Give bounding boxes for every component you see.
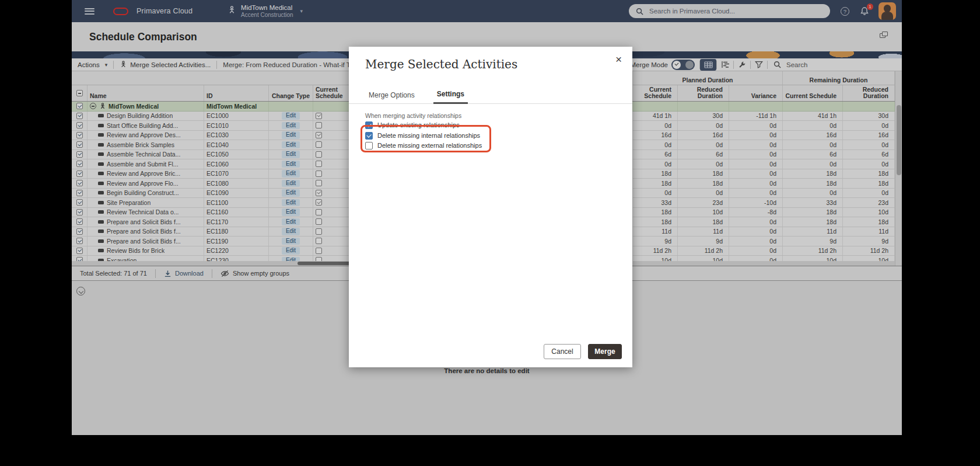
close-icon[interactable]: × xyxy=(615,54,622,65)
update-existing-relationships-checkbox[interactable] xyxy=(365,121,373,129)
checkbox-row-delete-external: Delete missing external relationships xyxy=(365,141,482,150)
dialog-tabs: Merge Options Settings xyxy=(349,86,632,104)
section-label: When merging activity relationships xyxy=(365,112,461,119)
tab-merge-options[interactable]: Merge Options xyxy=(365,91,418,103)
merge-button[interactable]: Merge xyxy=(588,344,622,359)
merge-selected-activities-dialog: Merge Selected Activities × Merge Option… xyxy=(349,47,632,367)
checkbox-row-update-existing: Update existing relationships xyxy=(365,120,460,130)
tab-settings[interactable]: Settings xyxy=(433,90,468,104)
checkbox-row-delete-internal: Delete missing internal relationships xyxy=(365,131,480,140)
app-window: Primavera Cloud MidTown Medical Accent C… xyxy=(72,0,902,435)
screen: Primavera Cloud MidTown Medical Accent C… xyxy=(0,0,980,466)
delete-missing-external-relationships-checkbox[interactable] xyxy=(365,142,373,149)
delete-missing-internal-relationships-checkbox[interactable] xyxy=(365,132,373,140)
dialog-title: Merge Selected Activities xyxy=(365,57,517,71)
cancel-button[interactable]: Cancel xyxy=(544,344,581,359)
